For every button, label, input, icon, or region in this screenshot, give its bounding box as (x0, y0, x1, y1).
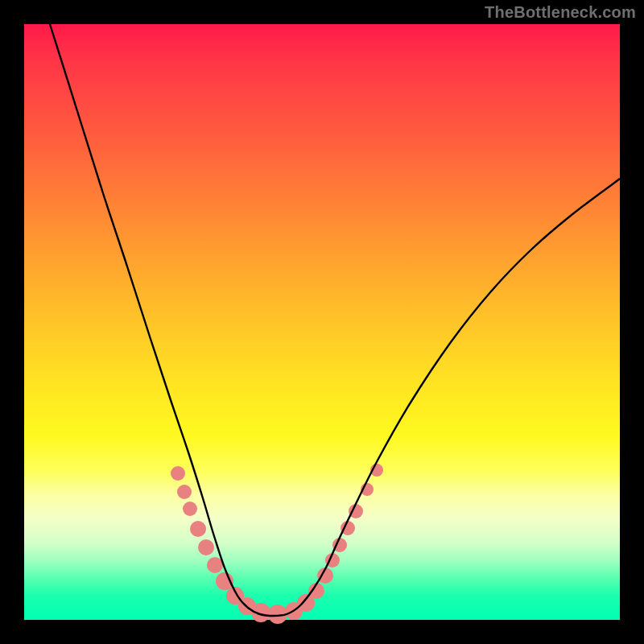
chart-frame: TheBottleneck.com (0, 0, 644, 644)
watermark-text: TheBottleneck.com (485, 3, 636, 22)
gradient-plot-area (24, 24, 620, 620)
